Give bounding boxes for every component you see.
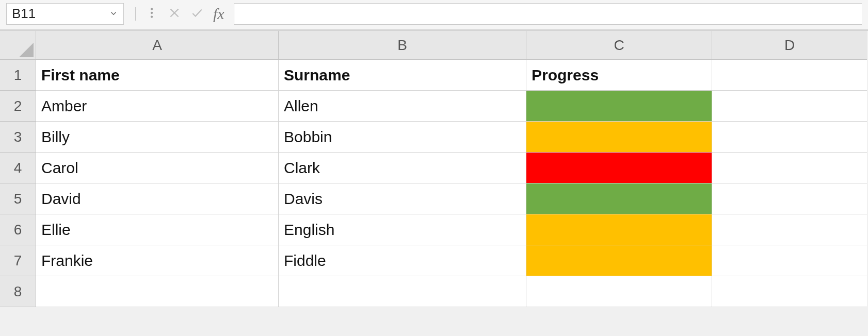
row-header-7[interactable]: 7: [0, 245, 36, 276]
name-box-value: B11: [12, 6, 36, 22]
cell-D8[interactable]: [712, 276, 867, 307]
cell-B6[interactable]: English: [279, 214, 526, 245]
column-header-B[interactable]: B: [279, 31, 526, 60]
cell-C8[interactable]: [526, 276, 712, 307]
cell-C2[interactable]: [526, 91, 712, 122]
cell-C7[interactable]: [526, 245, 712, 276]
cell-A3[interactable]: Billy: [36, 122, 279, 153]
cell-B1[interactable]: Surname: [279, 60, 526, 91]
name-box[interactable]: B11: [6, 3, 124, 25]
row-header-2[interactable]: 2: [0, 91, 36, 122]
cell-B2[interactable]: Allen: [279, 91, 526, 122]
cell-D7[interactable]: [712, 245, 867, 276]
cell-A4[interactable]: Carol: [36, 153, 279, 183]
cell-D2[interactable]: [712, 91, 867, 122]
cell-B4[interactable]: Clark: [279, 153, 526, 183]
row-header-5[interactable]: 5: [0, 183, 36, 214]
cell-B3[interactable]: Bobbin: [279, 122, 526, 153]
select-all-corner[interactable]: [0, 31, 36, 60]
cell-A1[interactable]: First name: [36, 60, 279, 91]
cell-C3[interactable]: [526, 122, 712, 153]
formula-input[interactable]: [234, 3, 862, 25]
cell-D5[interactable]: [712, 183, 867, 214]
svg-point-2: [151, 15, 153, 18]
chevron-down-icon[interactable]: [109, 6, 118, 22]
divider: [135, 7, 136, 21]
cell-B8[interactable]: [279, 276, 526, 307]
enter-icon[interactable]: [190, 6, 204, 22]
cell-C5[interactable]: [526, 183, 712, 214]
column-header-A[interactable]: A: [36, 31, 279, 60]
spreadsheet-grid: A B C D 1 First name Surname Progress 2 …: [0, 31, 868, 307]
cell-C4[interactable]: [526, 153, 712, 183]
cell-C6[interactable]: [526, 214, 712, 245]
cell-D4[interactable]: [712, 153, 867, 183]
formula-bar-tools: fx: [124, 3, 234, 25]
row-header-1[interactable]: 1: [0, 60, 36, 91]
column-header-D[interactable]: D: [712, 31, 867, 60]
fx-icon[interactable]: fx: [213, 5, 224, 23]
cell-A8[interactable]: [36, 276, 279, 307]
cell-B7[interactable]: Fiddle: [279, 245, 526, 276]
cancel-icon[interactable]: [168, 6, 181, 22]
cell-D1[interactable]: [712, 60, 867, 91]
row-header-6[interactable]: 6: [0, 214, 36, 245]
column-header-C[interactable]: C: [526, 31, 712, 60]
dots-icon[interactable]: [145, 6, 158, 22]
cell-A6[interactable]: Ellie: [36, 214, 279, 245]
cell-D3[interactable]: [712, 122, 867, 153]
svg-point-1: [151, 11, 153, 13]
cell-A5[interactable]: David: [36, 183, 279, 214]
cell-B5[interactable]: Davis: [279, 183, 526, 214]
cell-C1[interactable]: Progress: [526, 60, 712, 91]
row-header-8[interactable]: 8: [0, 276, 36, 307]
row-header-3[interactable]: 3: [0, 122, 36, 153]
cell-D6[interactable]: [712, 214, 867, 245]
cell-A7[interactable]: Frankie: [36, 245, 279, 276]
cell-A2[interactable]: Amber: [36, 91, 279, 122]
svg-point-0: [151, 8, 153, 10]
formula-bar: B11 fx: [0, 0, 868, 31]
row-header-4[interactable]: 4: [0, 153, 36, 183]
